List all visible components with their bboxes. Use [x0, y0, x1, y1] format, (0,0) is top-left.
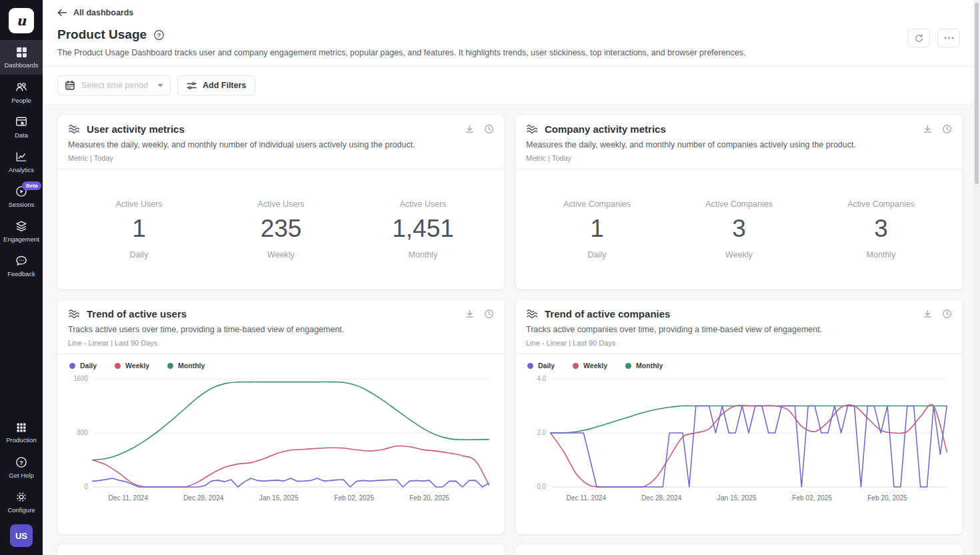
legend-dot — [527, 363, 533, 369]
app-logo[interactable]: u — [9, 8, 34, 33]
card-title: Company activity metrics — [545, 123, 666, 135]
sidebar-item-sessions[interactable]: Beta Sessions — [0, 179, 43, 213]
metric-chart-icon — [68, 308, 81, 320]
legend-dot — [625, 363, 631, 369]
chart-legend: Daily Weekly Monthly — [69, 362, 494, 370]
legend-weekly[interactable]: Weekly — [115, 362, 149, 370]
sidebar-item-get-help[interactable]: ? Get Help — [0, 450, 43, 484]
metric-value: 1 — [68, 215, 210, 243]
legend-dot — [115, 363, 121, 369]
legend-daily[interactable]: Daily — [527, 362, 555, 370]
card-title: User activity metrics — [87, 123, 185, 135]
more-options-button[interactable] — [937, 29, 960, 47]
sidebar-item-label: Analytics — [9, 166, 34, 173]
card-description: Tracks active users over time, providing… — [68, 325, 494, 334]
legend-label: Monthly — [178, 362, 205, 370]
sidebar-item-engagement[interactable]: Engagement — [0, 213, 43, 248]
sidebar-item-label: Configure — [7, 506, 35, 514]
card-meta: Line - Linear | Last 90 Days — [526, 339, 952, 347]
back-to-dashboards[interactable]: All dashboards — [57, 8, 133, 17]
feedback-icon — [15, 254, 28, 267]
metric-chart-icon — [526, 123, 539, 135]
legend-weekly[interactable]: Weekly — [573, 362, 607, 370]
filter-bar: Select time period Add Filters — [43, 67, 980, 105]
card-company-activity-metrics: Company activity metrics Measures the da… — [515, 115, 963, 290]
back-arrow-icon — [57, 9, 67, 17]
sidebar-item-data[interactable]: Data — [0, 109, 43, 144]
refresh-button[interactable] — [907, 29, 930, 47]
legend-label: Daily — [80, 362, 97, 370]
dashboard-grid: User activity metrics Measures the daily… — [43, 105, 980, 555]
svg-text:Feb 20, 2025: Feb 20, 2025 — [409, 494, 449, 502]
sidebar-item-dashboards[interactable]: Dashboards — [0, 40, 43, 75]
sidebar-item-production[interactable]: Production — [0, 415, 43, 450]
help-icon[interactable]: ? — [153, 29, 165, 41]
download-icon[interactable] — [923, 309, 933, 319]
metric-period: Daily — [526, 250, 668, 259]
clock-icon[interactable] — [942, 124, 952, 134]
sidebar-item-label: Sessions — [9, 201, 35, 208]
card-meta: Line - Linear | Last 90 Days — [68, 339, 494, 347]
time-period-select[interactable]: Select time period — [57, 75, 171, 95]
metric-weekly: Active Companies 3 Weekly — [668, 199, 810, 259]
download-icon[interactable] — [923, 124, 933, 134]
metric-value: 235 — [210, 215, 352, 243]
legend-monthly[interactable]: Monthly — [625, 362, 663, 370]
card-user-activity-metrics: User activity metrics Measures the daily… — [57, 115, 505, 290]
sidebar-item-feedback[interactable]: Feedback — [0, 248, 43, 283]
configure-icon — [15, 490, 28, 504]
sidebar-item-configure[interactable]: Configure — [0, 484, 43, 519]
page-title: Product Usage — [57, 27, 147, 42]
sidebar-item-label: Get Help — [9, 472, 34, 479]
clock-icon[interactable] — [942, 309, 952, 319]
get-help-icon: ? — [15, 456, 28, 469]
data-icon — [15, 115, 28, 129]
refresh-icon — [914, 33, 924, 43]
sidebar-item-analytics[interactable]: Analytics — [0, 144, 43, 179]
legend-monthly[interactable]: Monthly — [167, 362, 205, 370]
metric-period: Monthly — [810, 250, 952, 259]
trend-companies-chart: 0.02.04.0Dec 11, 2024Dec 28, 2024Jan 15,… — [526, 371, 952, 507]
user-avatar[interactable]: US — [10, 524, 33, 547]
svg-text:?: ? — [157, 31, 161, 38]
svg-text:0.0: 0.0 — [537, 483, 547, 490]
clock-icon[interactable] — [484, 124, 494, 134]
metric-label: Active Companies — [668, 199, 810, 209]
card-description: Measures the daily, weekly, and monthly … — [68, 140, 494, 149]
sidebar-item-label: People — [11, 97, 31, 104]
metric-period: Daily — [68, 250, 210, 259]
metric-value: 1 — [526, 215, 668, 243]
time-period-placeholder: Select time period — [81, 81, 151, 90]
metric-period: Monthly — [352, 250, 494, 259]
scrollbar-track[interactable] — [973, 0, 980, 555]
sidebar-item-label: Feedback — [7, 270, 35, 278]
add-filters-button[interactable]: Add Filters — [177, 75, 255, 95]
card-partial — [57, 544, 505, 555]
metric-value: 3 — [668, 215, 810, 243]
svg-text:Dec 28, 2024: Dec 28, 2024 — [641, 494, 682, 502]
download-icon[interactable] — [465, 309, 475, 319]
scrollbar-thumb[interactable] — [975, 3, 979, 184]
legend-label: Daily — [538, 362, 555, 370]
legend-daily[interactable]: Daily — [69, 362, 97, 370]
metric-chart-icon — [68, 123, 81, 135]
sidebar-item-label: Dashboards — [4, 61, 38, 69]
metric-chart-icon — [526, 308, 539, 320]
chart-legend: Daily Weekly Monthly — [527, 362, 952, 370]
svg-text:2.0: 2.0 — [537, 429, 547, 436]
metric-daily: Active Companies 1 Daily — [526, 199, 668, 259]
svg-text:Jan 15, 2025: Jan 15, 2025 — [259, 494, 299, 502]
download-icon[interactable] — [465, 124, 475, 134]
sidebar-item-people[interactable]: People — [0, 75, 43, 109]
back-label: All dashboards — [73, 8, 133, 17]
sidebar-item-label: Production — [6, 436, 36, 444]
card-description: Measures the daily, weekly, and monthly … — [526, 140, 952, 149]
clock-icon[interactable] — [484, 309, 494, 319]
metric-label: Active Users — [68, 199, 210, 209]
metric-monthly: Active Users 1,451 Monthly — [352, 199, 494, 259]
filter-sliders-icon — [187, 81, 197, 90]
metric-monthly: Active Companies 3 Monthly — [810, 199, 952, 259]
card-trend-active-users: Trend of active users Tracks active user… — [57, 300, 505, 534]
metric-weekly: Active Users 235 Weekly — [210, 199, 352, 259]
analytics-icon — [15, 150, 28, 163]
